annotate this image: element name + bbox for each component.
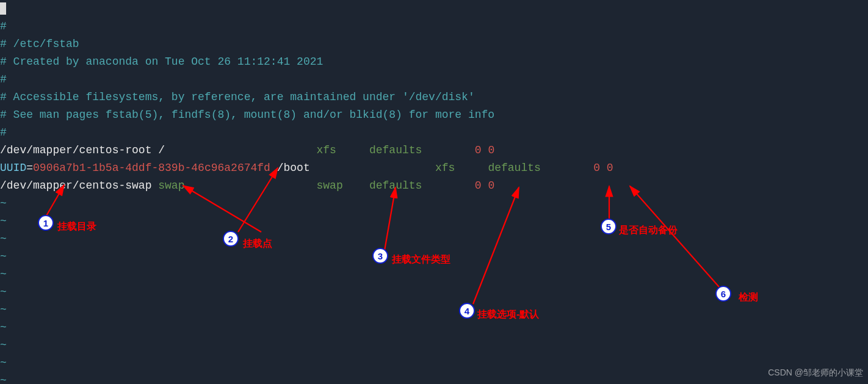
annotation-label-3: 挂载文件类型 [392,250,450,268]
annotation-badge-3: 3 [372,248,388,264]
annotation-badge-2: 2 [223,231,239,247]
comment-line: # Accessible filesystems, by reference, … [0,91,475,103]
fstab-fstype: swap [317,179,343,192]
comment-line: # [0,126,7,139]
fstab-opts: defaults [369,144,422,156]
cursor [0,2,6,15]
spacer [165,144,316,156]
vim-tilde: ~ [0,233,7,245]
fstab-opts: defaults [369,179,422,192]
fstab-fstype: xfs [317,144,336,156]
annotation-label-6: 检测 [739,288,758,306]
vim-tilde: ~ [0,303,7,316]
annotation-label-5: 是否自动备份 [619,221,678,239]
vim-tilde: ~ [0,286,7,298]
spacer [455,162,488,174]
vim-tilde: ~ [0,357,7,369]
fstab-dump: 0 [593,162,607,174]
fstab-pass: 0 [607,162,613,174]
vim-tilde: ~ [0,268,7,280]
fstab-dump: 0 [475,144,488,156]
spacer [310,162,435,174]
comment-line: # [0,73,7,85]
spacer [422,179,474,192]
terminal-area[interactable]: # # /etc/fstab # Created by anaconda on … [0,0,868,384]
annotation-label-1: 挂载目录 [57,217,96,235]
annotation-badge-5: 5 [601,219,617,234]
annotation-label-2: 挂载点 [243,234,272,252]
annotation-badge-6: 6 [715,286,731,302]
fstab-mountpoint: swap [151,179,184,192]
watermark-text: CSDN @邹老师的小课堂 [768,364,863,382]
fstab-mountpoint: /boot [270,162,310,174]
vim-tilde: ~ [0,374,7,384]
fstab-fstype: xfs [435,162,455,174]
comment-line: # See man pages fstab(5), findfs(8), mou… [0,109,494,121]
fstab-device: /dev/mapper/centos-swap [0,179,151,192]
comment-line: # /etc/fstab [0,38,79,50]
fstab-device: /dev/mapper/centos-root [0,144,151,156]
fstab-opts: defaults [488,162,540,174]
comment-line: # [0,20,7,32]
annotation-badge-1: 1 [38,215,54,231]
spacer [422,144,474,156]
fstab-pass: 0 [488,179,494,192]
fstab-dump: 0 [475,179,488,192]
spacer [184,179,316,192]
annotation-label-4: 挂载选项-默认 [477,305,539,323]
fstab-pass: 0 [488,144,494,156]
vim-tilde: ~ [0,250,7,263]
fstab-device-uuid-val: 0906a7b1-1b5a-4ddf-839b-46c96a2674fd [33,162,270,174]
annotation-badge-4: 4 [459,303,475,319]
spacer [541,162,593,174]
vim-tilde: ~ [0,197,7,209]
comment-line: # Created by anaconda on Tue Oct 26 11:1… [0,56,323,68]
vim-tilde: ~ [0,321,7,333]
vim-tilde: ~ [0,339,7,351]
spacer [343,179,369,192]
fstab-mountpoint: / [151,144,165,156]
fstab-device-uuid-key: UUID [0,162,26,174]
equals-sign: = [26,162,33,174]
spacer [336,144,369,156]
vim-tilde: ~ [0,215,7,227]
